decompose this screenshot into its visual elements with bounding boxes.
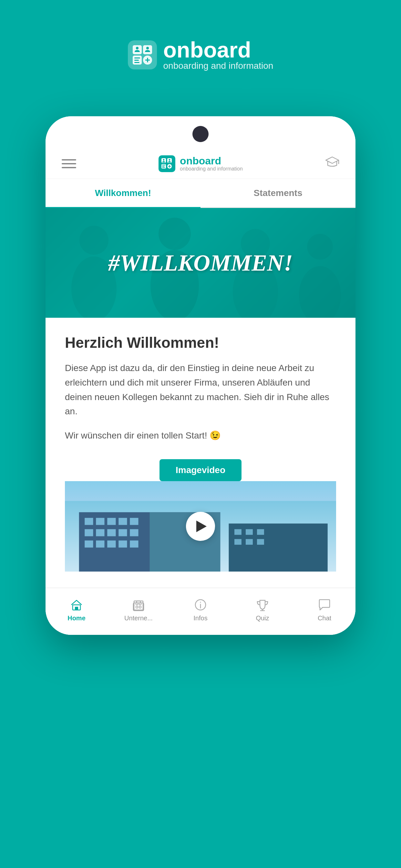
hero-banner: #WILLKOMMEN! (45, 208, 356, 318)
nav-item-infos[interactable]: Infos (169, 594, 232, 625)
hamburger-line-3 (62, 167, 76, 168)
svg-rect-44 (85, 540, 93, 548)
header-logo-icon (128, 40, 157, 69)
play-triangle-icon (196, 521, 207, 532)
tab-bar: Willkommen! Statements (45, 179, 356, 208)
phone-top-bar (45, 116, 356, 149)
nav-label-chat: Chat (318, 615, 331, 622)
svg-rect-59 (134, 601, 143, 610)
svg-point-7 (146, 47, 149, 50)
svg-rect-52 (246, 529, 253, 535)
app-title: onboard (180, 156, 243, 166)
svg-rect-50 (229, 523, 328, 571)
hamburger-menu-button[interactable] (62, 159, 76, 168)
svg-rect-10 (134, 62, 140, 63)
bottom-navigation: Home Unterne... Infos (45, 588, 356, 635)
app-header: onboard onboarding and information (45, 149, 356, 179)
svg-rect-62 (136, 606, 138, 608)
svg-rect-41 (107, 529, 116, 536)
background-header: onboard onboarding and information (0, 0, 401, 97)
svg-rect-47 (119, 540, 127, 548)
svg-rect-53 (257, 529, 264, 535)
app-logo-text-area: onboard onboarding and information (180, 156, 243, 172)
svg-rect-8 (134, 58, 140, 58)
quiz-icon (255, 598, 270, 612)
svg-rect-40 (96, 529, 104, 536)
header-logo-subtitle: onboarding and information (163, 61, 274, 71)
nav-item-chat[interactable]: Chat (294, 594, 356, 625)
nav-label-home: Home (67, 615, 86, 622)
header-logo-text: onboard onboarding and information (163, 39, 274, 71)
svg-rect-63 (139, 606, 141, 608)
svg-rect-64 (133, 603, 144, 611)
svg-point-18 (169, 159, 171, 160)
svg-point-67 (200, 601, 201, 602)
welcome-title: Herzlich Willkommen! (65, 334, 336, 351)
svg-rect-42 (119, 529, 127, 536)
svg-rect-35 (96, 518, 104, 525)
svg-rect-51 (235, 529, 242, 535)
svg-rect-21 (162, 167, 165, 168)
svg-rect-19 (162, 165, 165, 165)
building-icon (131, 598, 146, 612)
svg-rect-55 (246, 539, 253, 545)
svg-rect-43 (130, 529, 138, 536)
app-logo-icon (158, 155, 175, 172)
nav-label-unternehmen: Unterne... (124, 615, 153, 622)
tab-statements[interactable]: Statements (201, 179, 356, 207)
svg-rect-9 (134, 60, 139, 61)
header-logo: onboard onboarding and information (128, 39, 274, 71)
welcome-line: Wir wünschen dir einen tollen Start! 😉 (65, 429, 336, 443)
info-icon (193, 598, 208, 612)
svg-rect-20 (162, 166, 165, 166)
welcome-body: Diese App ist dazu da, dir den Einstieg … (65, 361, 336, 419)
phone-camera (192, 126, 209, 142)
svg-rect-36 (107, 518, 116, 525)
header-logo-title: onboard (163, 39, 274, 61)
main-content: Herzlich Willkommen! Diese App ist dazu … (45, 318, 356, 588)
app-subtitle: onboarding and information (180, 166, 243, 172)
svg-rect-48 (130, 540, 138, 548)
app-logo: onboard onboarding and information (158, 155, 243, 172)
graduation-cap-icon[interactable] (325, 155, 339, 172)
svg-rect-54 (235, 539, 242, 545)
nav-item-home[interactable]: Home (45, 594, 107, 625)
nav-label-quiz: Quiz (256, 615, 269, 622)
svg-rect-38 (130, 518, 138, 525)
video-label: Imagevideo (159, 459, 242, 481)
chat-icon (317, 598, 332, 612)
video-thumbnail[interactable] (65, 481, 336, 571)
hero-text: #WILLKOMMEN! (108, 250, 293, 276)
svg-rect-39 (85, 529, 93, 536)
svg-rect-56 (257, 539, 264, 545)
svg-rect-46 (107, 540, 116, 548)
home-icon (69, 598, 84, 612)
svg-rect-34 (85, 518, 93, 525)
svg-point-6 (136, 47, 138, 50)
svg-rect-45 (96, 540, 104, 548)
phone-mockup: onboard onboarding and information Willk… (45, 116, 356, 635)
svg-rect-1 (143, 45, 152, 54)
tab-willkommen[interactable]: Willkommen! (45, 179, 201, 207)
hamburger-line-1 (62, 159, 76, 160)
nav-label-infos: Infos (193, 615, 207, 622)
svg-rect-0 (133, 45, 142, 54)
hamburger-line-2 (62, 163, 76, 164)
nav-item-quiz[interactable]: Quiz (232, 594, 294, 625)
nav-item-unternehmen[interactable]: Unterne... (107, 594, 169, 625)
video-section: Imagevideo (65, 459, 336, 571)
svg-rect-58 (75, 607, 78, 610)
video-play-button[interactable] (186, 512, 215, 541)
svg-point-17 (163, 159, 165, 160)
svg-rect-37 (119, 518, 127, 525)
